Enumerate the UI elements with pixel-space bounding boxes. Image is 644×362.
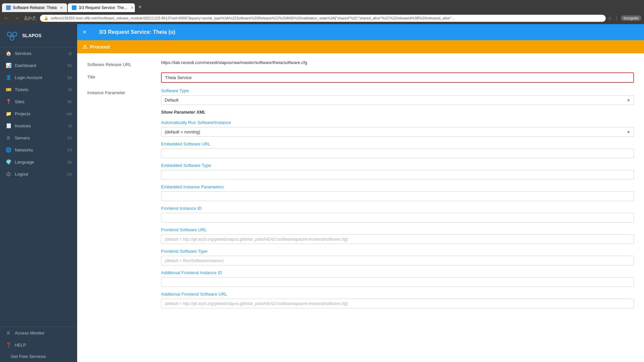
dashboard-icon: 📊 (5, 62, 11, 68)
monitor-icon: 🖥 (5, 330, 11, 336)
frontend-instance-id-group: Frontend Instance ID (161, 206, 634, 223)
invoices-label: Invoices (15, 123, 65, 128)
dashboard-shortcut: (h) (67, 63, 72, 67)
back-button[interactable]: ← (3, 14, 11, 22)
embedded-software-type-label: Embedded Software Type (161, 163, 634, 168)
auto-run-select-wrap: (default = running) ▼ (161, 127, 634, 137)
svg-point-2 (10, 36, 14, 40)
sidebar-item-get-free-services[interactable]: Get Free Services (0, 351, 77, 362)
embedded-instance-params-input[interactable] (161, 191, 634, 201)
additional-frontend-software-url-label: Additional Frontend Software URL (161, 292, 634, 297)
embedded-software-type-input[interactable] (161, 170, 634, 180)
embedded-software-url-input[interactable] (161, 148, 634, 158)
sidebar-item-login-account[interactable]: 👤 Login Account (p) (0, 71, 77, 83)
frontend-instance-id-input[interactable] (161, 213, 634, 223)
sites-icon: 📍 (5, 99, 11, 105)
sidebar-item-servers[interactable]: 🖥 Servers (c) (0, 132, 77, 144)
auto-run-group: Automatically Run Sofware/Instance (defa… (161, 120, 634, 137)
servers-shortcut: (c) (67, 136, 72, 140)
additional-frontend-instance-id-input[interactable] (161, 277, 634, 287)
help-icon: ❓ (5, 342, 11, 348)
sidebar-item-language[interactable]: 🌍 Language (a) (0, 156, 77, 168)
services-label: Services (15, 51, 65, 56)
tab-close-2[interactable]: ✕ (130, 6, 133, 10)
tab-label-2: 3/3 Request Service: The... (78, 5, 127, 10)
title-row: Title (87, 72, 634, 83)
browser-tabs: Software Release: Theia ✕ 3/3 Request Se… (0, 0, 644, 12)
invoices-shortcut: (i) (68, 124, 72, 128)
frontend-software-url-group: Frontend Software URL (161, 227, 634, 244)
sidebar-item-access-monitor[interactable]: 🖥 Access Monitor (0, 327, 77, 339)
address-bar[interactable]: 🔒 softinst158355.host.vifib.net/#/softwa… (40, 15, 606, 22)
sidebar-item-projects[interactable]: 📁 Projects (w) (0, 108, 77, 120)
projects-icon: 📁 (5, 111, 11, 117)
instance-parameter-label: Instance Parameter (87, 88, 161, 95)
bookmark-button[interactable]: ☆ (608, 15, 612, 21)
embedded-software-url-group: Embedded Software URL (161, 141, 634, 158)
proceed-button[interactable]: ⚠ Proceed (83, 44, 110, 50)
frontend-software-type-input[interactable] (161, 256, 634, 265)
incognito-badge: Incognito (621, 15, 641, 21)
menu-button[interactable]: ⋮ (614, 15, 619, 21)
servers-label: Servers (15, 135, 64, 140)
login-account-label: Login Account (15, 75, 64, 80)
app-layout: SLAPOS 🏠 Services (l) 📊 Dashboard (h) 👤 … (0, 24, 644, 362)
additional-frontend-instance-id-label: Additional Frontend Instance ID (161, 270, 634, 275)
home-icon: 🏠 (5, 50, 11, 56)
software-release-url-label: Software Release URL (87, 60, 161, 67)
invoices-icon: 🧾 (5, 123, 11, 129)
topbar-close-icon[interactable]: ✕ (77, 29, 92, 35)
sidebar-item-help[interactable]: ❓ HELP (0, 339, 77, 351)
sidebar-nav: 🏠 Services (l) 📊 Dashboard (h) 👤 Login A… (0, 47, 77, 326)
browser-tab-1[interactable]: Software Release: Theia ✕ (2, 3, 67, 12)
main-content: ✕ 3/3 Request Service: Theia (u) ⚠ Proce… (77, 24, 644, 362)
frontend-software-type-label: Frontend Software Type (161, 249, 634, 254)
logout-shortcut: (o) (67, 172, 72, 176)
login-account-shortcut: (p) (67, 75, 72, 79)
lock-icon: 🔒 (44, 16, 49, 20)
language-icon: 🌍 (5, 159, 11, 165)
language-label: Language (15, 160, 64, 165)
tab-label-1: Software Release: Theia (13, 5, 57, 10)
embedded-instance-params-group: Embedded Instance Parameters (161, 184, 634, 201)
tickets-shortcut: (t) (68, 87, 72, 92)
url-text: softinst158355.host.vifib.net/#/software… (51, 16, 602, 20)
warning-icon: ⚠ (83, 44, 87, 50)
additional-frontend-software-url-input[interactable] (161, 299, 634, 308)
sidebar-item-logout[interactable]: ⏻ Logout (o) (0, 168, 77, 180)
tab-close-1[interactable]: ✕ (60, 6, 63, 10)
software-type-group: Software Type Default ▼ (161, 88, 634, 105)
sidebar-item-services[interactable]: 🏠 Services (l) (0, 47, 77, 59)
new-tab-button[interactable]: + (136, 2, 145, 12)
embedded-software-url-label: Embedded Software URL (161, 141, 634, 146)
instance-parameter-field: Software Type Default ▼ Show Parameter X… (161, 88, 634, 313)
sidebar-item-dashboard[interactable]: 📊 Dashboard (h) (0, 59, 77, 71)
software-release-url-field: https://lab.nexedi.com/nexedi/slapos/raw… (161, 60, 634, 65)
ticket-icon: 🎫 (5, 86, 11, 93)
show-param-xml[interactable]: Show Parameter XML (161, 110, 634, 115)
sidebar-item-invoices[interactable]: 🧾 Invoices (i) (0, 120, 77, 132)
servers-icon: 🖥 (5, 135, 11, 141)
topbar-title: 3/3 Request Service: Theia (u) (92, 29, 644, 35)
browser-tab-2[interactable]: 3/3 Request Service: The... ✕ (68, 3, 135, 12)
user-icon: 👤 (5, 74, 11, 80)
browser-chrome: Software Release: Theia ✕ 3/3 Request Se… (0, 0, 644, 24)
software-type-select[interactable]: Default (161, 95, 634, 105)
sidebar-item-sites[interactable]: 📍 Sites (k) (0, 96, 77, 108)
refresh-button[interactable]: &#↺; (23, 14, 38, 22)
tickets-label: Tickets (15, 87, 65, 92)
software-type-select-wrap: Default ▼ (161, 95, 634, 105)
sidebar-bottom: 🖥 Access Monitor ❓ HELP Get Free Service… (0, 326, 77, 362)
frontend-instance-id-label: Frontend Instance ID (161, 206, 634, 211)
services-shortcut: (l) (68, 51, 72, 55)
forward-button[interactable]: → (13, 14, 21, 22)
title-input[interactable] (161, 72, 634, 83)
sidebar-item-tickets[interactable]: 🎫 Tickets (t) (0, 83, 77, 96)
projects-shortcut: (w) (67, 112, 72, 116)
svg-point-1 (13, 32, 17, 36)
sidebar-item-networks[interactable]: 🌐 Networks (n) (0, 144, 77, 156)
auto-run-select[interactable]: (default = running) (161, 127, 634, 137)
tab-favicon-2 (72, 5, 76, 10)
frontend-software-url-label: Frontend Software URL (161, 227, 634, 232)
frontend-software-url-input[interactable] (161, 234, 634, 244)
